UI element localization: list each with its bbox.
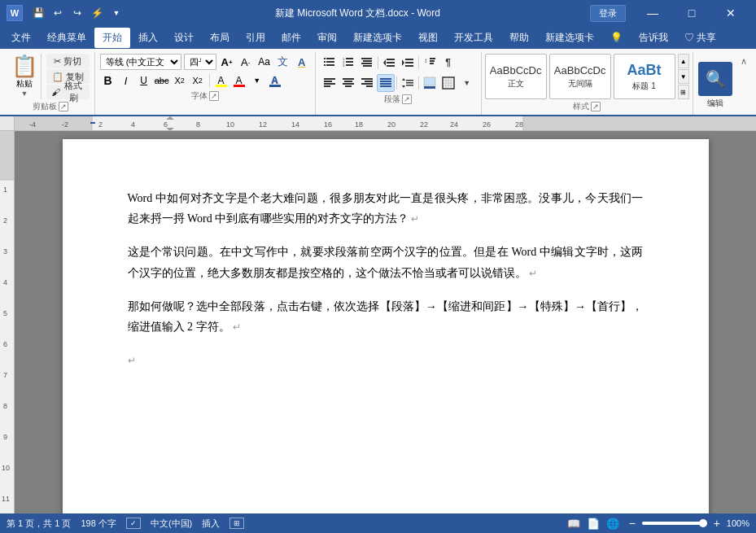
menu-insert[interactable]: 插入 xyxy=(130,28,166,48)
style-normal[interactable]: AaBbCcDc 正文 xyxy=(485,54,547,99)
menu-share[interactable]: ♡ 共享 xyxy=(676,28,724,48)
shading-button[interactable] xyxy=(421,74,439,92)
zoom-slider[interactable] xyxy=(642,522,707,525)
text-highlight-button[interactable]: A xyxy=(213,72,229,89)
paragraph-expand[interactable]: ↗ xyxy=(402,94,412,104)
align-center-button[interactable] xyxy=(339,74,357,92)
line-spacing-button[interactable] xyxy=(399,74,417,92)
zoom-out-button[interactable]: − xyxy=(626,517,639,530)
multilevel-list-button[interactable] xyxy=(358,54,376,72)
paragraph-3: 那如何做呢？选中全部段落，点击右键，依次选择【段落】→【缩进和间距】→【特殊】→… xyxy=(128,296,644,337)
svg-rect-12 xyxy=(361,58,372,59)
cut-button[interactable]: ✂ 剪切 xyxy=(46,54,90,68)
strikethrough-button[interactable]: abc xyxy=(154,72,170,89)
paragraph-1-text: Word 中如何对齐文字是个老大难问题，很多朋友对此一直是很头疼，非常困惑。没事… xyxy=(128,192,644,225)
styles-more[interactable]: ⊞ xyxy=(678,85,689,99)
paragraph-1: Word 中如何对齐文字是个老大难问题，很多朋友对此一直是很头疼，非常困惑。没事… xyxy=(128,188,644,229)
login-button[interactable]: 登录 xyxy=(590,5,626,22)
language: 中文(中国) xyxy=(151,518,192,530)
undo-button[interactable]: ↩ xyxy=(49,4,67,22)
font-size-select[interactable]: 四号 xyxy=(184,54,216,70)
show-formatting-button[interactable]: ¶ xyxy=(439,54,457,72)
menu-lightbulb[interactable]: 💡 xyxy=(602,28,631,46)
menu-tellme[interactable]: 告诉我 xyxy=(631,28,676,48)
menu-classic[interactable]: 经典菜单 xyxy=(39,28,94,48)
style-no-spacing[interactable]: AaBbCcDc 无间隔 xyxy=(549,54,611,99)
ribbon-collapse-button[interactable]: ∧ xyxy=(738,55,749,67)
menu-design[interactable]: 设计 xyxy=(166,28,202,48)
justify-button[interactable] xyxy=(377,74,395,92)
italic-button[interactable]: I xyxy=(118,72,134,89)
clear-formatting-button[interactable]: 文 xyxy=(275,54,291,70)
subscript-button[interactable]: X2 xyxy=(172,72,188,89)
text-outline-button[interactable]: A xyxy=(267,72,283,89)
menu-review[interactable]: 审阅 xyxy=(309,28,345,48)
menu-developer[interactable]: 开发工具 xyxy=(446,28,501,48)
svg-text:5: 5 xyxy=(3,309,7,317)
svg-rect-35 xyxy=(345,85,352,87)
menu-references[interactable]: 引用 xyxy=(238,28,273,48)
font-expand[interactable]: ↗ xyxy=(209,91,219,101)
menu-layout[interactable]: 布局 xyxy=(202,28,238,48)
search-button[interactable]: 🔍 xyxy=(698,62,732,96)
print-layout-button[interactable]: 📄 xyxy=(587,518,600,530)
web-layout-button[interactable]: 🌐 xyxy=(606,518,619,530)
svg-rect-4 xyxy=(324,64,326,66)
menu-home[interactable]: 开始 xyxy=(94,28,130,48)
font-name-select[interactable]: 等线 (中文正文 xyxy=(100,54,181,70)
format-painter-button[interactable]: 🖌 格式刷 xyxy=(46,85,90,99)
bold-button[interactable]: B xyxy=(100,72,116,89)
styles-scroll-down[interactable]: ▼ xyxy=(678,69,689,84)
svg-text:11: 11 xyxy=(2,495,10,503)
decrease-font-button[interactable]: A- xyxy=(238,54,254,70)
text-effects-button[interactable]: A xyxy=(294,54,310,70)
superscript-button[interactable]: X2 xyxy=(190,72,206,89)
borders-dropdown[interactable]: ▼ xyxy=(458,74,476,92)
menu-newtab2[interactable]: 新建选项卡 xyxy=(537,28,602,48)
styles-scroll-up[interactable]: ▲ xyxy=(678,54,689,68)
font-color-dropdown[interactable]: ▼ xyxy=(249,72,265,89)
increase-indent-button[interactable] xyxy=(399,54,417,72)
zoom-in-button[interactable]: + xyxy=(710,517,723,530)
increase-font-button[interactable]: A+ xyxy=(219,54,235,70)
menu-newtab1[interactable]: 新建选项卡 xyxy=(345,28,410,48)
close-button[interactable]: ✕ xyxy=(712,0,749,26)
svg-text:4: 4 xyxy=(131,120,135,129)
bullets-button[interactable] xyxy=(321,54,339,72)
minimize-button[interactable]: — xyxy=(634,0,671,26)
menu-view[interactable]: 视图 xyxy=(410,28,446,48)
menu-mailings[interactable]: 邮件 xyxy=(273,28,309,48)
svg-rect-36 xyxy=(361,78,373,80)
clipboard-expand[interactable]: ↗ xyxy=(59,102,68,111)
sort-button[interactable]: ↕ xyxy=(421,54,439,72)
word-page: Word 中如何对齐文字是个老大难问题，很多朋友对此一直是很头疼，非常困惑。没事… xyxy=(63,139,709,516)
maximize-button[interactable]: □ xyxy=(673,0,710,26)
svg-rect-0 xyxy=(324,58,326,59)
style-heading1[interactable]: AaBt 标题 1 xyxy=(614,54,675,99)
underline-button[interactable]: U xyxy=(136,72,152,89)
styles-expand[interactable]: ↗ xyxy=(591,102,601,111)
return-mark-3: ↵ xyxy=(230,321,241,333)
align-right-button[interactable] xyxy=(358,74,376,92)
quick-access-dropdown[interactable]: ▼ xyxy=(107,4,125,22)
font-color-button[interactable]: A xyxy=(231,72,247,89)
read-mode-button[interactable]: 📖 xyxy=(567,518,580,530)
decrease-indent-button[interactable] xyxy=(380,54,398,72)
save-button[interactable]: 💾 xyxy=(29,4,47,22)
macro-icon: ⊞ xyxy=(229,518,244,529)
quick-access-button[interactable]: ⚡ xyxy=(88,4,106,22)
align-left-button[interactable] xyxy=(321,74,339,92)
numbering-button[interactable]: 1.2.3. xyxy=(339,54,357,72)
svg-marker-44 xyxy=(402,78,405,81)
page-scroll-area[interactable]: Word 中如何对齐文字是个老大难问题，很多朋友对此一直是很头疼，非常困惑。没事… xyxy=(15,131,756,516)
redo-button[interactable]: ↪ xyxy=(68,4,86,22)
menu-file[interactable]: 文件 xyxy=(3,28,39,48)
svg-rect-3 xyxy=(326,61,334,63)
paste-button[interactable]: 📋 粘贴 ▼ xyxy=(11,54,42,99)
menu-help[interactable]: 帮助 xyxy=(501,28,537,48)
document-title: 新建 Microsoft Word 文档.docx - Word xyxy=(125,7,590,20)
borders-button[interactable] xyxy=(439,74,457,92)
svg-rect-81 xyxy=(90,122,95,124)
svg-marker-45 xyxy=(402,85,405,88)
change-case-button[interactable]: Aa xyxy=(256,54,273,70)
